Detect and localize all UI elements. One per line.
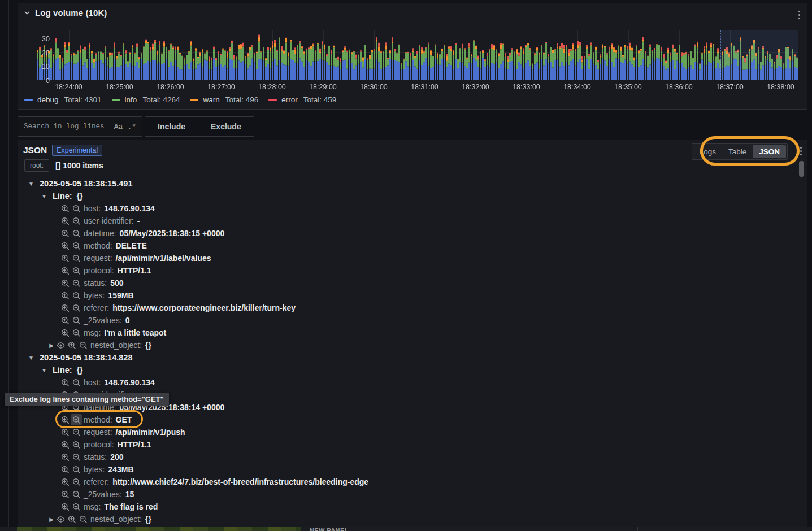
x-tick: 18:28:00 [258,83,286,91]
log-field-row: status:200 [18,451,804,463]
legend-label[interactable]: warn [203,95,219,104]
filter-for-value-icon[interactable] [59,439,71,450]
legend-label[interactable]: debug [37,95,59,104]
field-value: http://www.chief24/7.biz/best-of-breed/i… [112,477,368,486]
case-sensitivity-toggle[interactable]: Aa [114,123,123,131]
filter-for-value-icon[interactable] [59,290,71,301]
legend-total: Total: 4264 [142,95,180,104]
filter-for-value-icon[interactable] [59,489,71,500]
json-root-row: root: [] 1000 items [24,159,103,172]
filter-out-value-icon[interactable] [71,277,82,289]
filter-out-value-icon[interactable] [71,228,82,239]
filter-for-value-icon[interactable] [66,340,77,351]
legend-item-info[interactable]: info Total: 4264 [112,95,180,104]
line-row: ▼Line:{} [18,364,804,376]
time-selection-region[interactable] [720,30,798,80]
panel-menu-icon[interactable] [800,147,802,155]
legend-item-debug[interactable]: debug Total: 4301 [24,95,102,104]
filter-for-value-icon[interactable] [59,265,71,276]
field-key: host: [84,378,101,387]
include-button[interactable]: Include [145,117,198,136]
field-value: 148.76.90.134 [104,378,155,387]
filter-out-value-icon[interactable] [71,451,82,463]
log-volume-chart[interactable] [18,3,808,94]
filter-out-value-icon[interactable] [71,464,82,475]
field-key: user-identifier: [84,216,134,225]
filter-out-value-icon[interactable] [71,265,82,276]
filter-out-value-icon[interactable] [77,340,89,351]
filter-for-value-icon[interactable] [59,414,71,425]
visibility-icon[interactable] [55,340,66,351]
legend-swatch [24,99,33,101]
field-value: HTTP/1.1 [118,440,151,449]
filter-out-value-icon[interactable] [71,203,82,214]
filter-out-value-icon[interactable] [71,377,82,388]
search-input[interactable] [24,123,110,130]
filter-for-value-icon[interactable] [59,203,71,214]
field-key: host: [84,204,101,213]
filter-for-value-icon[interactable] [59,501,71,512]
log-field-row: status:500 [18,277,804,289]
legend-label[interactable]: info [125,95,137,104]
log-field-row: msg:I'm a little teapot [18,327,804,339]
filter-out-value-icon[interactable] [71,215,82,227]
filter-out-value-icon[interactable] [77,513,89,525]
x-tick: 18:29:00 [309,83,337,91]
filter-for-value-icon[interactable] [59,277,71,289]
filter-for-value-icon[interactable] [66,513,77,525]
scrollbar-thumb[interactable] [799,161,804,177]
filter-for-value-icon[interactable] [59,327,71,338]
filter-out-value-icon[interactable] [71,240,82,251]
filter-out-value-icon[interactable] [71,327,82,338]
filter-for-value-icon[interactable] [59,464,71,475]
view-option-logs[interactable]: Logs [693,145,722,158]
filter-for-value-icon[interactable] [59,240,71,251]
field-key: bytes: [84,291,105,300]
expand-icon[interactable]: ▶ [48,516,55,523]
filter-out-value-icon[interactable] [71,315,82,326]
field-key: msg: [84,502,101,511]
filter-for-value-icon[interactable] [59,215,71,227]
field-value: 148.76.90.134 [104,204,155,213]
filter-for-value-icon[interactable] [59,302,71,314]
y-tick: 30 [18,35,50,43]
collapse-icon[interactable]: ▼ [28,355,34,361]
view-option-json[interactable]: JSON [753,145,786,158]
view-option-table[interactable]: Table [722,145,753,158]
regex-toggle[interactable]: .* [127,123,136,131]
filter-for-value-icon[interactable] [59,476,71,488]
collapse-icon[interactable]: ▼ [41,193,47,199]
legend-label[interactable]: error [281,95,298,104]
expand-icon[interactable]: ▶ [48,342,55,349]
x-tick: 18:34:00 [563,83,591,91]
collapse-icon[interactable]: ▼ [28,181,34,187]
filter-out-value-icon[interactable] [71,489,82,500]
filter-out-value-icon[interactable] [71,290,82,301]
filter-for-value-icon[interactable] [59,228,71,239]
filter-out-value-icon[interactable] [71,414,82,425]
legend-item-warn[interactable]: warn Total: 496 [190,95,258,104]
filter-out-value-icon[interactable] [71,426,82,438]
field-value: /api/mimir/v1/push [116,428,185,437]
legend-swatch [112,99,120,101]
filter-out-value-icon[interactable] [71,253,82,264]
visibility-icon[interactable] [55,513,66,525]
filter-out-value-icon[interactable] [71,501,82,512]
legend-item-error[interactable]: error Total: 459 [268,95,336,104]
exclude-button[interactable]: Exclude [198,117,254,136]
filter-for-value-icon[interactable] [59,253,71,264]
field-key: status: [84,278,107,288]
filter-for-value-icon[interactable] [59,315,71,326]
collapse-icon[interactable]: ▼ [41,367,47,373]
search-input-container: Aa .* [18,116,142,137]
filter-for-value-icon[interactable] [59,426,71,438]
log-volume-panel: Log volume (10K) 3020100 18:24:0018:25:0… [18,3,807,110]
json-panel-title: JSON [23,145,47,155]
x-tick: 18:25:00 [106,83,133,91]
filter-out-value-icon[interactable] [71,302,82,314]
filter-for-value-icon[interactable] [59,451,71,463]
filter-out-value-icon[interactable] [71,476,82,488]
legend-total: Total: 4301 [64,95,102,104]
filter-for-value-icon[interactable] [59,377,71,388]
filter-out-value-icon[interactable] [71,439,82,450]
